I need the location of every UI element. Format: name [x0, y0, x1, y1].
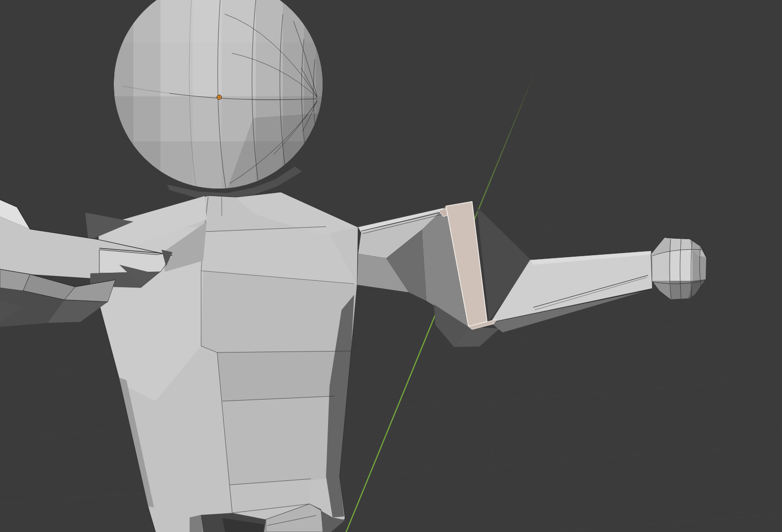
viewport-3d[interactable]	[0, 0, 782, 532]
fist-facet-top-mid	[671, 239, 692, 251]
fist-facet-mid-left	[652, 251, 671, 281]
origin-dot-center	[218, 96, 220, 98]
torso-facet-mid-right	[201, 271, 357, 352]
fist-facet-mid-center	[671, 250, 692, 281]
viewport-3d-wrap	[0, 0, 782, 532]
object-origin-dot[interactable]	[217, 95, 222, 100]
leg-left-corner	[190, 515, 203, 532]
torso-facet-hip-right	[222, 396, 340, 485]
